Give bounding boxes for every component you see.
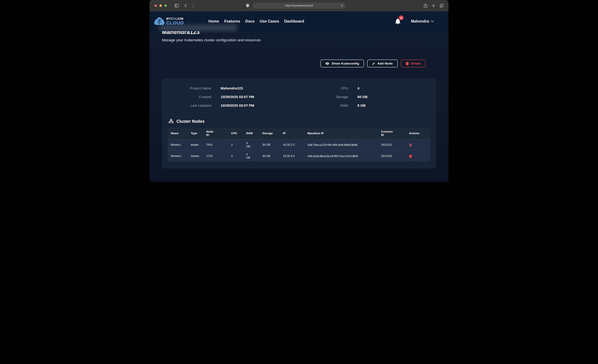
traffic-lights [155,0,167,11]
cell-ram: 4 GB [244,150,260,162]
minimize-window-button[interactable] [159,4,162,7]
reload-icon[interactable] [341,4,343,7]
cell-contract-id: 1613131 [379,139,407,150]
table-row: Worker1 worker 1715 2 4 GB 30 GB 10.20.3… [168,150,430,162]
cluster-details: Project Name Mahendra123 Created 10/29/2… [168,85,430,115]
address-bar-url: https://myceliumcloud.tf [285,4,313,7]
page-subtitle: Manage your Kubernetes cluster configura… [162,38,436,42]
cell-node-id: 1715 [204,150,229,162]
sidebar-toggle-icon[interactable] [175,4,179,7]
pencil-icon [372,62,375,65]
cell-type: worker [189,150,204,162]
show-kubeconfig-button[interactable]: Show Kubeconfig [321,59,364,67]
col-contract-id: Contract ID [379,128,407,139]
nav-links: Home Features Docs Use Cases Dashboard [208,19,304,24]
maximize-window-button[interactable] [165,4,167,7]
cluster-actions: Show Kubeconfig Add Node Delete [162,59,436,67]
cell-name: Master1 [168,139,189,150]
back-icon[interactable] [184,4,187,8]
page-title: Mahendra123 [162,31,436,35]
cell-mycelium-ip: 446:d2a6:8bcd:8c16:ff0f:72e2:3114:863f [306,150,379,162]
cell-ip: 10.20.3.2 [281,150,306,162]
share-icon[interactable] [424,4,427,8]
delete-node-button[interactable] [409,155,412,158]
mycelium-cloud-logo-icon [154,17,165,25]
table-header-row: Name Type Node ID CPU RAM Storage IP Myc… [168,128,430,139]
new-tab-icon[interactable] [432,4,435,7]
table-row: Master1 leader 7915 2 4 GB 30 GB 10.20.2… [168,139,430,150]
col-ip: IP [281,128,306,139]
cell-type: leader [189,139,204,150]
dashboard-page: Mahendra123 Manage your Kubernetes clust… [150,31,448,182]
brand-logo[interactable]: MYCELIUM CLOUD [154,17,184,25]
cell-mycelium-ip: 5d8:78ea:a120:f40c:ff0f:a5fe:99e6:8b96 [306,139,379,150]
delete-cluster-button[interactable]: Delete [401,59,425,67]
detail-cpu: CPU 4 [299,86,430,91]
cell-contract-id: 1613132 [379,150,407,162]
cluster-nodes-icon [169,119,174,124]
user-menu[interactable]: Mahendra [411,19,434,24]
trash-icon [409,155,412,158]
forward-icon[interactable] [192,4,194,8]
detail-last-updated: Last Updated 10/29/2025 03:07 PM [168,103,299,108]
cell-actions [407,139,430,150]
notification-count-badge: 11 [399,16,403,20]
cluster-details-card: Project Name Mahendra123 Created 10/29/2… [162,79,436,169]
col-actions: Actions [407,128,430,139]
nav-link-docs[interactable]: Docs [245,19,255,24]
col-node-id: Node ID [204,128,229,139]
cell-cpu: 2 [229,150,244,162]
trash-icon [409,143,412,147]
cell-node-id: 7915 [204,139,229,150]
cluster-nodes-table: Name Type Node ID CPU RAM Storage IP Myc… [168,128,430,162]
add-node-button[interactable]: Add Node [367,59,398,67]
cell-name: Worker1 [168,150,189,162]
col-cpu: CPU [229,128,244,139]
notifications-button[interactable]: 11 [395,18,401,25]
col-name: Name [168,128,189,139]
nav-link-use-cases[interactable]: Use Cases [260,19,279,24]
privacy-shield-icon[interactable] [246,4,249,8]
cell-storage: 30 GB [260,150,281,162]
trash-icon [406,62,409,65]
nav-link-features[interactable]: Features [224,19,240,24]
eye-icon [325,62,329,65]
cluster-nodes-heading: Cluster Nodes [169,119,430,124]
cell-ram: 4 GB [244,139,260,150]
user-name: Mahendra [411,19,429,24]
detail-project-name: Project Name Mahendra123 [168,86,299,91]
cell-actions [407,150,430,162]
site-navbar: MYCELIUM CLOUD Home Features Docs Use Ca… [150,11,448,31]
col-ram: RAM [244,128,260,139]
browser-chrome: https://myceliumcloud.tf [150,0,448,11]
close-window-button[interactable] [155,4,157,7]
nav-link-home[interactable]: Home [208,19,219,24]
tab-overview-icon[interactable] [440,4,443,8]
address-bar[interactable]: https://myceliumcloud.tf [253,2,345,9]
blurred-title-ghost [159,25,237,31]
detail-storage: Storage 60 GB [299,95,430,99]
col-mycelium-ip: Mycelium IP [306,128,379,139]
nav-link-dashboard[interactable]: Dashboard [284,19,304,24]
col-type: Type [189,128,204,139]
brand-wordmark: MYCELIUM CLOUD [166,17,184,25]
chevron-down-icon [431,20,434,22]
detail-ram: RAM 8 GB [299,103,430,108]
cell-ip: 10.20.2.2 [281,139,306,150]
browser-window: https://myceliumcloud.tf [150,0,448,182]
col-storage: Storage [260,128,281,139]
cell-storage: 30 GB [260,139,281,150]
cell-cpu: 2 [229,139,244,150]
detail-created: Created 10/29/2025 03:07 PM [168,95,299,99]
delete-node-button[interactable] [409,143,412,147]
